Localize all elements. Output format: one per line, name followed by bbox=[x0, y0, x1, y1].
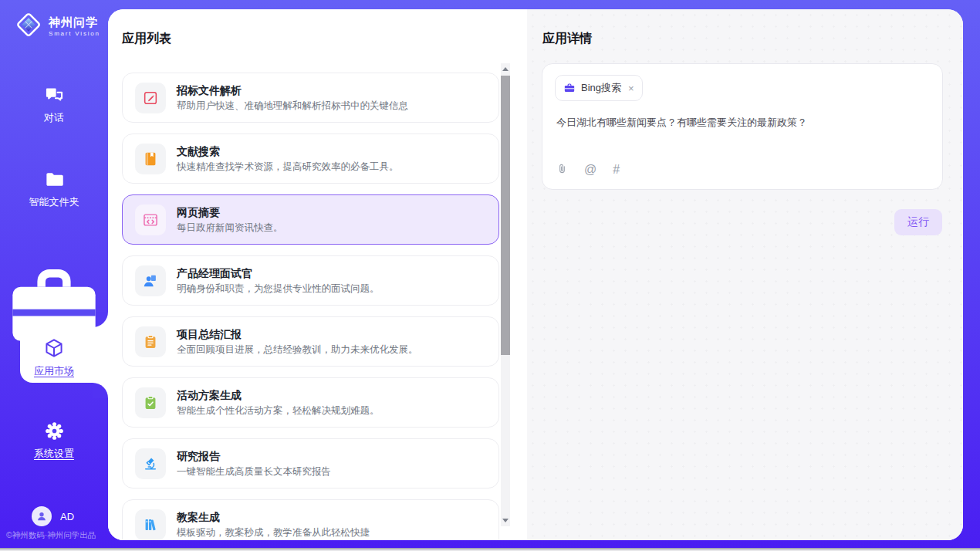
gear-icon bbox=[44, 421, 65, 444]
app-card-title: 活动方案生成 bbox=[177, 390, 380, 401]
microscope-icon bbox=[135, 448, 166, 479]
app-card[interactable]: 产品经理面试官明确身份和职责，为您提供专业性的面试问题。 bbox=[122, 255, 499, 306]
app-list: 招标文件解析帮助用户快速、准确地理解和解析招标书中的关键信息文献搜索快速精准查找… bbox=[122, 63, 499, 540]
app-card-desc: 每日政府新闻资讯快查。 bbox=[177, 223, 283, 233]
app-card-text: 招标文件解析帮助用户快速、准确地理解和解析招标书中的关键信息 bbox=[177, 85, 408, 111]
scroll-down-button[interactable] bbox=[501, 516, 510, 526]
app-list-panel: 应用列表 招标文件解析帮助用户快速、准确地理解和解析招标书中的关键信息文献搜索快… bbox=[108, 9, 527, 540]
composer-toolbar: @ # bbox=[556, 162, 620, 177]
app-card[interactable]: 网页摘要每日政府新闻资讯快查。 bbox=[122, 194, 499, 245]
folder-icon bbox=[44, 169, 65, 192]
user-label: AD bbox=[60, 511, 74, 522]
app-card-text: 教案生成模板驱动，教案秒成，教学准备从此轻松快捷 bbox=[177, 512, 370, 538]
app-card-desc: 全面回顾项目进展，总结经验教训，助力未来优化发展。 bbox=[177, 345, 418, 355]
app-card-text: 网页摘要每日政府新闻资讯快查。 bbox=[177, 207, 283, 233]
app-card-text: 活动方案生成智能生成个性化活动方案，轻松解决规划难题。 bbox=[177, 390, 380, 416]
window-bottom-edge bbox=[0, 548, 980, 551]
sidebar-item-label: 智能文件夹 bbox=[29, 197, 79, 207]
app-card[interactable]: 研究报告一键智能生成高质量长文本研究报告 bbox=[122, 438, 499, 488]
brand-name: 神州问学 bbox=[49, 15, 100, 29]
tool-chip-bing-search[interactable]: Bing搜索 × bbox=[555, 75, 643, 101]
briefcase-icon bbox=[563, 82, 576, 94]
list-scrollbar[interactable] bbox=[501, 63, 510, 526]
sidebar-item-label: 对话 bbox=[44, 113, 64, 123]
sidebar-item-system-settings[interactable]: 系统设置 bbox=[0, 421, 108, 458]
sidebar-item-chat[interactable]: 对话 bbox=[0, 85, 108, 123]
app-window: 神州问学 Smart Vision 对话智能文件夹工具集应用市场系统设置 AD … bbox=[0, 0, 980, 548]
attachment-icon[interactable] bbox=[556, 162, 568, 177]
scroll-up-button[interactable] bbox=[501, 63, 510, 74]
chat-icon bbox=[44, 85, 65, 108]
notch-bottom bbox=[93, 383, 108, 398]
run-button[interactable]: 运行 bbox=[894, 209, 942, 235]
user-profile[interactable]: AD bbox=[32, 506, 74, 526]
query-composer[interactable]: Bing搜索 × 今日湖北有哪些新闻要点？有哪些需要关注的最新政策？ @ # bbox=[542, 63, 943, 190]
books-icon bbox=[135, 509, 166, 540]
copyright-text: ©神州数码·神州问学出品 bbox=[6, 530, 96, 541]
app-card-text: 研究报告一键智能生成高质量长文本研究报告 bbox=[177, 451, 331, 477]
browser-code-icon bbox=[135, 205, 166, 235]
cube-icon bbox=[43, 337, 65, 361]
app-card-title: 产品经理面试官 bbox=[177, 268, 380, 279]
app-card-title: 招标文件解析 bbox=[177, 85, 408, 96]
user-avatar-icon bbox=[32, 506, 52, 526]
mention-icon[interactable]: @ bbox=[584, 164, 596, 176]
sidebar-item-app-market[interactable]: 应用市场 bbox=[0, 337, 108, 376]
brand-tagline: Smart Vision bbox=[49, 30, 100, 37]
app-card-title: 网页摘要 bbox=[177, 207, 283, 218]
app-detail-panel: 应用详情 Bing搜索 × 今日湖北有哪些新闻要点？有哪些需要关注的最新政策？ … bbox=[527, 9, 963, 540]
app-card[interactable]: 教案生成模板驱动，教案秒成，教学准备从此轻松快捷 bbox=[122, 499, 499, 540]
query-text: 今日湖北有哪些新闻要点？有哪些需要关注的最新政策？ bbox=[556, 115, 928, 130]
tool-chip-label: Bing搜索 bbox=[581, 81, 621, 95]
sidebar-item-label: 系统设置 bbox=[34, 448, 74, 458]
app-card-text: 文献搜索快速精准查找学术资源，提高研究效率的必备工具。 bbox=[177, 146, 399, 172]
scrollbar-thumb[interactable] bbox=[501, 76, 510, 355]
interviewer-icon bbox=[135, 265, 166, 296]
app-card-title: 项目总结汇报 bbox=[177, 329, 418, 340]
clipboard-check-icon bbox=[135, 387, 166, 418]
app-card-desc: 模板驱动，教案秒成，教学准备从此轻松快捷 bbox=[177, 528, 370, 538]
app-card[interactable]: 活动方案生成智能生成个性化活动方案，轻松解决规划难题。 bbox=[122, 377, 499, 428]
diamond-logo-icon bbox=[14, 10, 43, 42]
app-card-desc: 一键智能生成高质量长文本研究报告 bbox=[177, 467, 331, 477]
app-card[interactable]: 招标文件解析帮助用户快速、准确地理解和解析招标书中的关键信息 bbox=[122, 73, 499, 123]
app-card-desc: 快速精准查找学术资源，提高研究效率的必备工具。 bbox=[177, 162, 399, 172]
app-card-title: 文献搜索 bbox=[177, 146, 399, 157]
sidebar: 神州问学 Smart Vision 对话智能文件夹工具集应用市场系统设置 AD … bbox=[0, 0, 108, 548]
sidebar-item-label: 应用市场 bbox=[34, 366, 74, 376]
app-list-title: 应用列表 bbox=[122, 31, 171, 47]
brand-logo: 神州问学 Smart Vision bbox=[14, 10, 100, 42]
app-card-title: 教案生成 bbox=[177, 512, 370, 522]
app-card-desc: 帮助用户快速、准确地理解和解析招标书中的关键信息 bbox=[177, 101, 408, 111]
app-card[interactable]: 项目总结汇报全面回顾项目进展，总结经验教训，助力未来优化发展。 bbox=[122, 316, 499, 367]
app-card[interactable]: 文献搜索快速精准查找学术资源，提高研究效率的必备工具。 bbox=[122, 134, 499, 184]
app-card-title: 研究报告 bbox=[177, 451, 331, 461]
clipboard-icon bbox=[135, 326, 166, 357]
doc-pen-icon bbox=[135, 83, 166, 113]
app-card-desc: 明确身份和职责，为您提供专业性的面试问题。 bbox=[177, 284, 380, 294]
app-card-text: 项目总结汇报全面回顾项目进展，总结经验教训，助力未来优化发展。 bbox=[177, 329, 418, 355]
main-content: 应用列表 招标文件解析帮助用户快速、准确地理解和解析招标书中的关键信息文献搜索快… bbox=[108, 9, 963, 540]
book-icon bbox=[135, 144, 166, 174]
sidebar-item-smart-folders[interactable]: 智能文件夹 bbox=[0, 169, 108, 207]
hash-icon[interactable]: # bbox=[613, 164, 620, 176]
close-icon[interactable]: × bbox=[628, 83, 634, 93]
app-card-text: 产品经理面试官明确身份和职责，为您提供专业性的面试问题。 bbox=[177, 268, 380, 294]
app-card-desc: 智能生成个性化活动方案，轻松解决规划难题。 bbox=[177, 406, 380, 416]
app-detail-title: 应用详情 bbox=[542, 31, 592, 47]
